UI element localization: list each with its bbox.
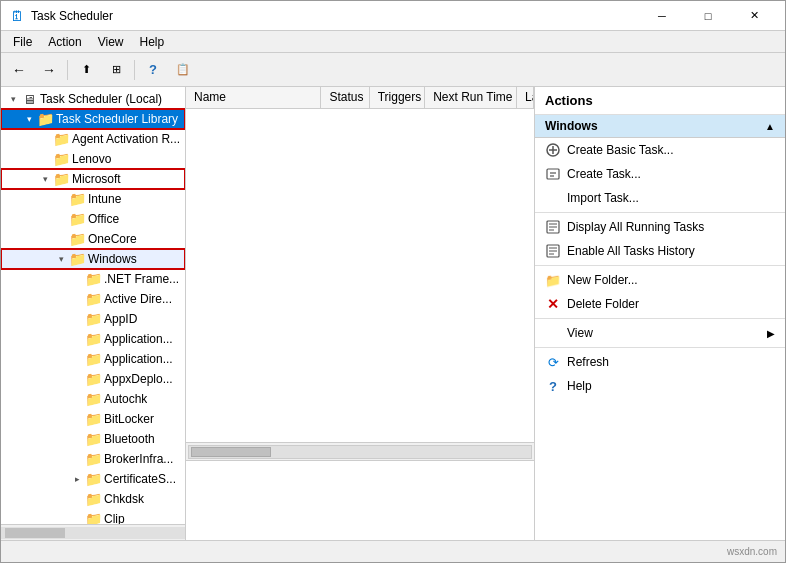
expand-intune[interactable]: ▸ <box>53 191 69 207</box>
expand-microsoft[interactable]: ▾ <box>37 171 53 187</box>
forward-button[interactable]: → <box>35 57 63 83</box>
expand-netframe[interactable]: ▸ <box>69 271 85 287</box>
microsoft-label: Microsoft <box>72 172 121 186</box>
up-button[interactable]: ⬆ <box>72 57 100 83</box>
tree-node-microsoft[interactable]: ▾ 📁 Microsoft <box>1 169 185 189</box>
action-view[interactable]: View ▶ <box>535 321 785 345</box>
app2-folder-icon: 📁 <box>85 351 101 367</box>
bluetooth-label: Bluetooth <box>104 432 155 446</box>
action-display-running[interactable]: Display All Running Tasks <box>535 215 785 239</box>
expand-scheduler[interactable]: ▾ <box>5 91 21 107</box>
actions-subheader-label: Windows <box>545 119 598 133</box>
col-name[interactable]: Name <box>186 87 321 108</box>
tree-node-bluetooth[interactable]: ▸ 📁 Bluetooth <box>1 429 185 449</box>
expand-bluetooth[interactable]: ▸ <box>69 431 85 447</box>
action-create-task[interactable]: Create Task... <box>535 162 785 186</box>
import-task-label: Import Task... <box>567 191 639 205</box>
tree-node-scheduler-local[interactable]: ▾ 🖥 Task Scheduler (Local) <box>1 89 185 109</box>
col-status[interactable]: Status <box>321 87 369 108</box>
tree-node-onecore[interactable]: ▸ 📁 OneCore <box>1 229 185 249</box>
menu-view[interactable]: View <box>90 31 132 53</box>
certs-label: CertificateS... <box>104 472 176 486</box>
menu-help[interactable]: Help <box>132 31 173 53</box>
left-scroll-horizontal[interactable] <box>1 524 185 540</box>
maximize-button[interactable]: □ <box>685 1 731 31</box>
tree-node-brokerin[interactable]: ▸ 📁 BrokerInfra... <box>1 449 185 469</box>
status-bar: wsxdn.com <box>1 540 785 562</box>
col-nextrun[interactable]: Next Run Time <box>425 87 517 108</box>
action-enable-history[interactable]: Enable All Tasks History <box>535 239 785 263</box>
tree-node-bitlocker[interactable]: ▸ 📁 BitLocker <box>1 409 185 429</box>
expand-clip[interactable]: ▸ <box>69 511 85 524</box>
expand-office[interactable]: ▸ <box>53 211 69 227</box>
main-window: 🗓 Task Scheduler ─ □ ✕ File Action View … <box>0 0 786 563</box>
expand-chkdsk[interactable]: ▸ <box>69 491 85 507</box>
tree-node-office[interactable]: ▸ 📁 Office <box>1 209 185 229</box>
minimize-button[interactable]: ─ <box>639 1 685 31</box>
back-button[interactable]: ← <box>5 57 33 83</box>
menu-action[interactable]: Action <box>40 31 89 53</box>
center-scroll-horizontal[interactable] <box>186 442 534 460</box>
tree-node-netframe[interactable]: ▸ 📁 .NET Frame... <box>1 269 185 289</box>
tree-node-certs[interactable]: ▸ 📁 CertificateS... <box>1 469 185 489</box>
expand-windows[interactable]: ▾ <box>53 251 69 267</box>
tree-node-appid[interactable]: ▸ 📁 AppID <box>1 309 185 329</box>
action-refresh[interactable]: ⟳ Refresh <box>535 350 785 374</box>
expand-autochk[interactable]: ▸ <box>69 391 85 407</box>
help-toolbar-button[interactable]: ? <box>139 57 167 83</box>
center-scroll-thumb[interactable] <box>191 447 271 457</box>
expand-app1[interactable]: ▸ <box>69 331 85 347</box>
expand-broker[interactable]: ▸ <box>69 451 85 467</box>
microsoft-folder-icon: 📁 <box>53 171 69 187</box>
expand-onecore[interactable]: ▸ <box>53 231 69 247</box>
tree-node-activedir[interactable]: ▸ 📁 Active Dire... <box>1 289 185 309</box>
chkdsk-folder-icon: 📁 <box>85 491 101 507</box>
close-button[interactable]: ✕ <box>731 1 777 31</box>
tree-node-library[interactable]: ▾ 📁 Task Scheduler Library <box>1 109 185 129</box>
tree-node-application2[interactable]: ▸ 📁 Application... <box>1 349 185 369</box>
expand-library[interactable]: ▾ <box>21 111 37 127</box>
app-icon: 🗓 <box>9 8 25 24</box>
autochk-folder-icon: 📁 <box>85 391 101 407</box>
delete-folder-icon: ✕ <box>545 296 561 312</box>
expand-appx[interactable]: ▸ <box>69 371 85 387</box>
tree-node-agent-activation[interactable]: ▸ 📁 Agent Activation R... <box>1 129 185 149</box>
tree-node-autochk[interactable]: ▸ 📁 Autochk <box>1 389 185 409</box>
expand-app2[interactable]: ▸ <box>69 351 85 367</box>
library-label: Task Scheduler Library <box>56 112 178 126</box>
action-help[interactable]: ? Help <box>535 374 785 398</box>
list-content[interactable] <box>186 109 534 442</box>
intune-folder-icon: 📁 <box>69 191 85 207</box>
col-triggers[interactable]: Triggers <box>370 87 426 108</box>
tree-node-appxdeplo[interactable]: ▸ 📁 AppxDeplo... <box>1 369 185 389</box>
import-task-icon <box>545 190 561 206</box>
separator-1 <box>535 212 785 213</box>
tree-node-application1[interactable]: ▸ 📁 Application... <box>1 329 185 349</box>
menu-file[interactable]: File <box>5 31 40 53</box>
left-scroll-track[interactable] <box>1 527 185 539</box>
enable-history-icon <box>545 243 561 259</box>
tree-node-lenovo[interactable]: ▸ 📁 Lenovo <box>1 149 185 169</box>
watermark: wsxdn.com <box>727 546 777 557</box>
action-delete-folder[interactable]: ✕ Delete Folder <box>535 292 785 316</box>
tree-node-windows[interactable]: ▾ 📁 Windows <box>1 249 185 269</box>
expand-appid[interactable]: ▸ <box>69 311 85 327</box>
tree-container[interactable]: ▾ 🖥 Task Scheduler (Local) ▾ 📁 Task Sche… <box>1 87 185 524</box>
action-import-task[interactable]: Import Task... <box>535 186 785 210</box>
expand-agent[interactable]: ▸ <box>37 131 53 147</box>
action-create-basic[interactable]: Create Basic Task... <box>535 138 785 162</box>
expand-lenovo[interactable]: ▸ <box>37 151 53 167</box>
export-button[interactable]: 📋 <box>169 57 197 83</box>
action-new-folder[interactable]: 📁 New Folder... <box>535 268 785 292</box>
tree-node-chkdsk[interactable]: ▸ 📁 Chkdsk <box>1 489 185 509</box>
expand-bitlocker[interactable]: ▸ <box>69 411 85 427</box>
view-button[interactable]: ⊞ <box>102 57 130 83</box>
expand-certs[interactable]: ▸ <box>69 471 85 487</box>
tree-node-clip[interactable]: ▸ 📁 Clip <box>1 509 185 524</box>
expand-activedir[interactable]: ▸ <box>69 291 85 307</box>
tree-node-intune[interactable]: ▸ 📁 Intune <box>1 189 185 209</box>
col-lastrun[interactable]: Last Ru... <box>517 87 534 108</box>
center-scroll-track[interactable] <box>188 445 532 459</box>
left-scroll-thumb[interactable] <box>5 528 65 538</box>
window-title: Task Scheduler <box>31 9 639 23</box>
